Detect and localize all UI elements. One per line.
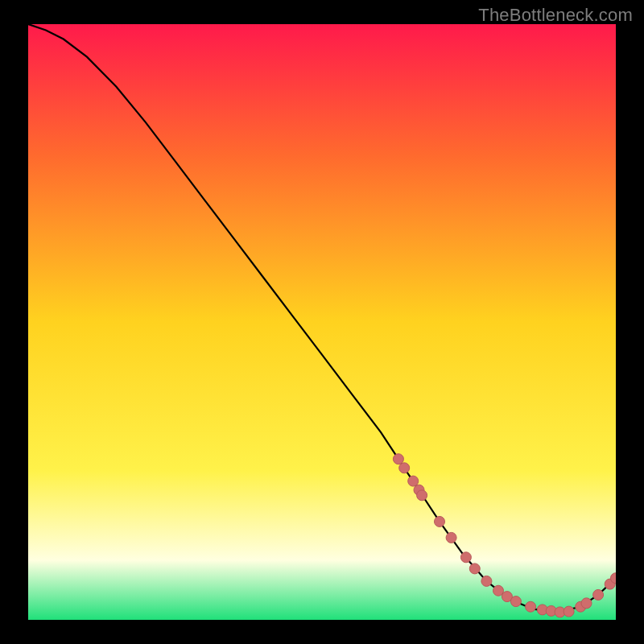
gradient-background <box>28 24 616 620</box>
chart-svg <box>28 24 616 620</box>
marker-point <box>469 564 480 574</box>
marker-point <box>581 598 592 609</box>
attribution-label: TheBottleneck.com <box>478 5 633 26</box>
chart-stage: TheBottleneck.com <box>0 0 644 644</box>
marker-point <box>481 576 492 586</box>
marker-point <box>446 532 456 543</box>
marker-point <box>399 463 410 473</box>
marker-point <box>417 490 427 501</box>
marker-point <box>526 601 536 612</box>
marker-point <box>460 552 471 563</box>
marker-point <box>408 476 419 486</box>
marker-point <box>510 597 521 607</box>
marker-point <box>593 589 604 600</box>
marker-point <box>393 454 403 464</box>
marker-point <box>435 516 445 526</box>
marker-point <box>564 606 574 617</box>
plot-area <box>28 24 616 620</box>
